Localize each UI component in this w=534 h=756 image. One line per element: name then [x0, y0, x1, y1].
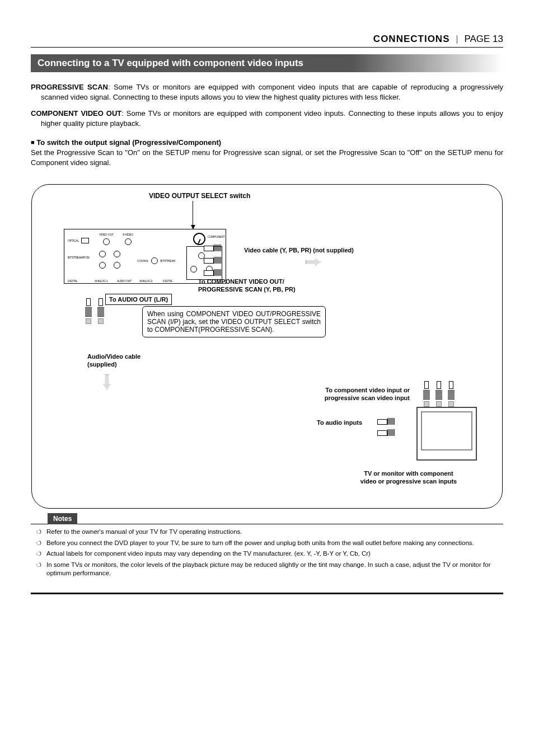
- label-tv-caption: TV or monitor with component video or pr…: [336, 470, 481, 486]
- cable-plug-icon: [377, 418, 400, 425]
- section-title-bar: Connecting to a TV equipped with compone…: [31, 54, 503, 72]
- header-section: CONNECTIONS: [373, 34, 450, 44]
- switch-heading: ■ To switch the output signal (Progressi…: [31, 138, 503, 147]
- progressive-lead: PROGRESSIVE SCAN: [31, 83, 108, 91]
- label-video-output-select: VIDEO OUTPUT SELECT switch: [149, 192, 250, 200]
- cable-plug-icon: [448, 381, 455, 407]
- label-to-component-out-line2: PROGRESSIVE SCAN (Y, PB, PR): [198, 286, 296, 293]
- cable-plug-icon: [85, 298, 92, 324]
- notes-heading: Notes: [48, 513, 77, 524]
- label-to-component-input-line1: To component video input or: [325, 387, 410, 393]
- note-item: ❍ In some TVs or monitors, the color lev…: [31, 561, 503, 578]
- audio-port-icon: [114, 262, 120, 269]
- svideo-port-icon: [125, 238, 132, 245]
- label-av-cable: Audio/Video cable (supplied): [87, 353, 140, 369]
- cable-plug-icon: [97, 298, 104, 324]
- panel-video-out: VIDEO OUT: [99, 233, 114, 236]
- paragraph-progressive: PROGRESSIVE SCAN: Some TVs or monitors a…: [31, 82, 503, 102]
- note-item: ❍ Refer to the owner's manual of your TV…: [31, 528, 503, 537]
- page-header: CONNECTIONS | PAGE 13: [31, 34, 503, 48]
- progressive-text: : Some TVs or monitors are equipped with…: [41, 83, 503, 101]
- footer-rule: [31, 593, 503, 594]
- panel-digital: DIGITAL: [68, 279, 78, 283]
- dvd-rear-panel: OPTICAL VIDEO OUT S-VIDEO BITSTREAM/PCM …: [64, 229, 226, 284]
- cable-plug-icon: [204, 245, 226, 251]
- label-tv-caption-line2: video or progressive scan inputs: [360, 478, 457, 485]
- label-to-component-input-line2: progressive scan video input: [325, 395, 410, 401]
- note-bullet-icon: ❍: [31, 550, 46, 558]
- switch-text: Set the Progressive Scan to "On" on the …: [31, 148, 503, 167]
- panel-optical: OPTICAL: [68, 239, 79, 242]
- cable-plug-icon: [435, 381, 442, 407]
- note-text: In some TVs or monitors, the color level…: [46, 561, 503, 578]
- switch-heading-text: To switch the output signal (Progressive…: [36, 138, 221, 147]
- tv-monitor-icon: [416, 407, 477, 461]
- notes-section: Notes ❍ Refer to the owner's manual of y…: [31, 513, 503, 578]
- note-bullet-icon: ❍: [31, 561, 46, 578]
- connection-diagram: VIDEO OUTPUT SELECT switch OPTICAL VIDEO…: [31, 184, 503, 509]
- component-pb-port-icon: [190, 266, 197, 273]
- panel-coaxial: COAXIAL: [137, 259, 148, 262]
- panel-analog2: ANALOG 2: [139, 279, 152, 283]
- panel-bitstream: BITSTREAM: [160, 259, 175, 262]
- component-lead: COMPONENT VIDEO OUT: [31, 109, 121, 118]
- label-video-cable: Video cable (Y, PB, PR) (not supplied): [244, 247, 354, 255]
- label-to-audio-out: To AUDIO OUT (L/R): [105, 294, 172, 305]
- label-av-cable-line1: Audio/Video cable: [87, 353, 140, 360]
- panel-component: COMPONENT: [208, 235, 225, 238]
- note-bullet-icon: ❍: [31, 539, 46, 548]
- cable-plug-icon: [204, 257, 226, 264]
- square-bullet-icon: ■: [31, 139, 35, 145]
- cable-plug-icon: [377, 429, 400, 436]
- label-av-cable-line2: (supplied): [87, 361, 117, 368]
- panel-audio-out: AUDIO OUT: [117, 279, 132, 283]
- video-output-select-dial: [193, 233, 205, 245]
- note-text: Refer to the owner's manual of your TV f…: [46, 528, 242, 537]
- video-out-port-icon: [103, 238, 110, 245]
- label-tv-caption-line1: TV or monitor with component: [364, 470, 453, 477]
- cable-plug-icon: [204, 269, 226, 276]
- audio-port-icon: [99, 262, 106, 269]
- note-item: ❍ Actual labels for component video inpu…: [31, 550, 503, 558]
- callout-note: When using COMPONENT VIDEO OUT/PROGRESSI…: [142, 306, 326, 337]
- audio-port-icon: [99, 251, 106, 257]
- panel-svideo: S-VIDEO: [123, 233, 133, 236]
- coaxial-port-icon: [151, 257, 158, 264]
- cable-plug-icon: [423, 381, 430, 407]
- optical-port-icon: [81, 238, 89, 243]
- label-to-component-input: To component video input or progressive …: [285, 387, 410, 402]
- panel-digital2: DIGITAL: [163, 279, 173, 283]
- label-to-audio-inputs: To audio inputs: [317, 419, 362, 427]
- note-text: Before you connect the DVD player to you…: [46, 539, 474, 548]
- label-to-component-out-line1: To COMPONENT VIDEO OUT/: [198, 278, 284, 285]
- note-text: Actual labels for component video inputs…: [46, 550, 371, 558]
- arrow-to-switch: [193, 201, 193, 229]
- panel-analog1: ANALOG 1: [95, 279, 107, 283]
- note-bullet-icon: ❍: [31, 528, 46, 537]
- header-divider: |: [452, 34, 461, 44]
- panel-bitstream-pcm: BITSTREAM/PCM: [68, 256, 90, 259]
- header-page: PAGE 13: [464, 34, 503, 44]
- label-to-component-out: To COMPONENT VIDEO OUT/ PROGRESSIVE SCAN…: [198, 278, 296, 294]
- notes-list: ❍ Refer to the owner's manual of your TV…: [31, 524, 503, 578]
- note-item: ❍ Before you connect the DVD player to y…: [31, 539, 503, 548]
- paragraph-component: COMPONENT VIDEO OUT: Some TVs or monitor…: [31, 109, 503, 128]
- audio-port-icon: [114, 251, 120, 257]
